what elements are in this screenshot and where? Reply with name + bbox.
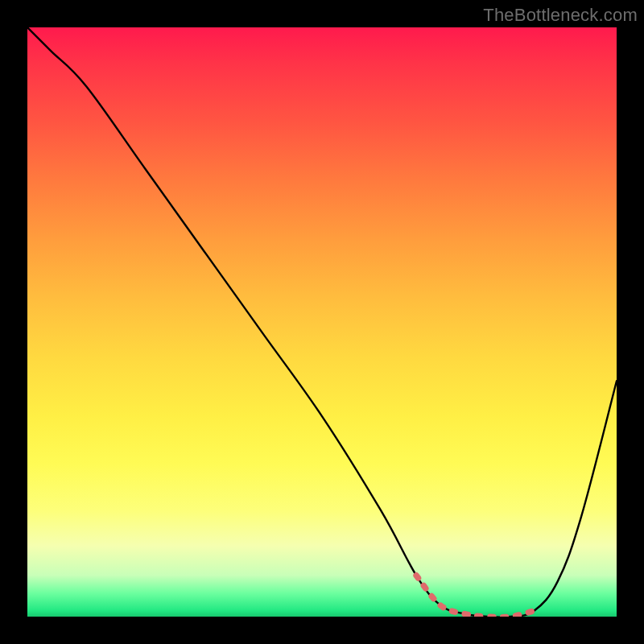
watermark-text: TheBottleneck.com [483, 5, 638, 26]
bottleneck-curve-svg [27, 27, 617, 617]
curve-bottom-highlight [416, 576, 534, 617]
curve-path [27, 27, 617, 617]
gradient-plot-area [27, 27, 617, 617]
